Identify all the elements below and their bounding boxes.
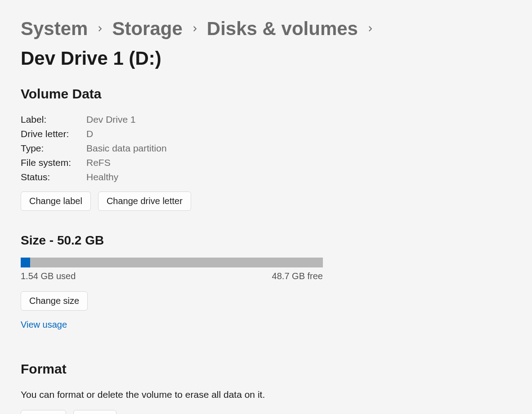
size-buttons: Change size xyxy=(21,291,511,311)
breadcrumb: System Storage Disks & volumes Dev Drive… xyxy=(21,18,511,69)
change-label-button[interactable]: Change label xyxy=(21,191,91,211)
format-section: Format You can format or delete the volu… xyxy=(21,361,511,414)
volume-data-heading: Volume Data xyxy=(21,86,511,102)
format-buttons: Format Delete xyxy=(21,410,511,414)
status-key: Status: xyxy=(21,172,86,183)
change-drive-letter-button[interactable]: Change drive letter xyxy=(98,191,191,211)
format-button[interactable]: Format xyxy=(21,410,66,414)
size-heading: Size - 50.2 GB xyxy=(21,233,511,248)
type-value: Basic data partition xyxy=(86,143,511,154)
breadcrumb-system[interactable]: System xyxy=(21,18,88,40)
breadcrumb-storage[interactable]: Storage xyxy=(112,18,182,40)
label-value: Dev Drive 1 xyxy=(86,114,511,125)
delete-button[interactable]: Delete xyxy=(73,410,116,414)
type-key: Type: xyxy=(21,143,86,154)
free-label: 48.7 GB free xyxy=(272,271,323,281)
used-label: 1.54 GB used xyxy=(21,271,76,281)
drive-letter-value: D xyxy=(86,129,511,139)
status-value: Healthy xyxy=(86,172,511,183)
chevron-right-icon xyxy=(366,25,374,33)
chevron-right-icon xyxy=(191,25,199,33)
breadcrumb-current: Dev Drive 1 (D:) xyxy=(21,48,161,69)
usage-bar xyxy=(21,258,323,267)
label-key: Label: xyxy=(21,114,86,125)
usage-bar-fill xyxy=(21,258,30,267)
size-section: Size - 50.2 GB 1.54 GB used 48.7 GB free… xyxy=(21,233,511,330)
breadcrumb-disks-volumes[interactable]: Disks & volumes xyxy=(207,18,358,40)
format-description: You can format or delete the volume to e… xyxy=(21,389,511,400)
drive-letter-key: Drive letter: xyxy=(21,129,86,139)
file-system-value: ReFS xyxy=(86,157,511,168)
chevron-right-icon xyxy=(96,25,104,33)
volume-data-buttons: Change label Change drive letter xyxy=(21,191,511,211)
volume-data-section: Volume Data Label: Dev Drive 1 Drive let… xyxy=(21,86,511,211)
view-usage-link[interactable]: View usage xyxy=(21,320,67,330)
file-system-key: File system: xyxy=(21,157,86,168)
change-size-button[interactable]: Change size xyxy=(21,291,88,311)
usage-labels: 1.54 GB used 48.7 GB free xyxy=(21,271,323,281)
volume-data-grid: Label: Dev Drive 1 Drive letter: D Type:… xyxy=(21,114,511,183)
format-heading: Format xyxy=(21,361,511,377)
